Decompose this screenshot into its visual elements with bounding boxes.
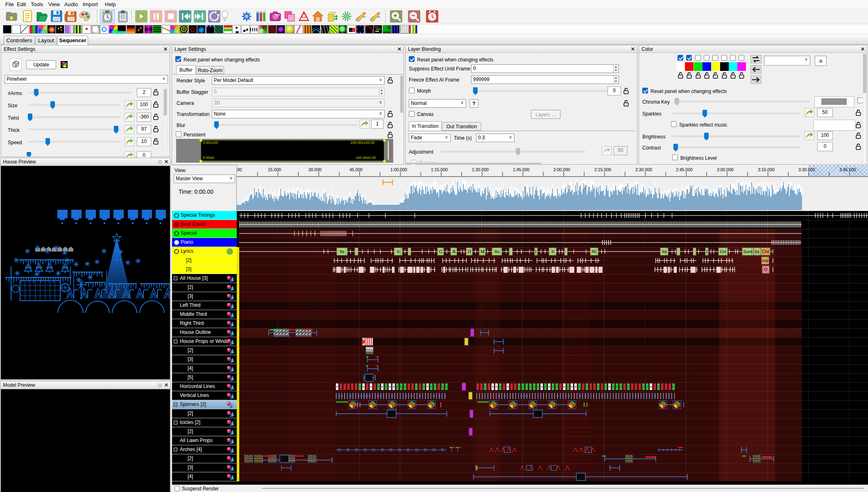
svg-text:C: C xyxy=(439,249,442,254)
svg-text:its: its xyxy=(755,249,760,254)
svg-text:M: M xyxy=(480,249,484,254)
svg-text:A: A xyxy=(452,249,456,254)
svg-text:Ri: Ri xyxy=(592,249,596,254)
svg-text:Chr: Chr xyxy=(762,249,769,254)
svg-text:It: It xyxy=(551,249,554,254)
svg-text:D: D xyxy=(468,249,471,254)
svg-text:I: I xyxy=(535,249,536,254)
svg-text:Its: Its xyxy=(494,249,499,254)
svg-text:On: On xyxy=(720,249,726,254)
svg-text:mo: mo xyxy=(762,258,768,263)
svg-text:O: O xyxy=(764,267,768,272)
svg-text:Its: Its xyxy=(340,249,344,254)
svg-text:Sure: Sure xyxy=(743,249,752,254)
svg-text:It: It xyxy=(397,249,399,254)
svg-text:Its: Its xyxy=(662,249,667,254)
svg-text:I: I xyxy=(706,249,707,254)
